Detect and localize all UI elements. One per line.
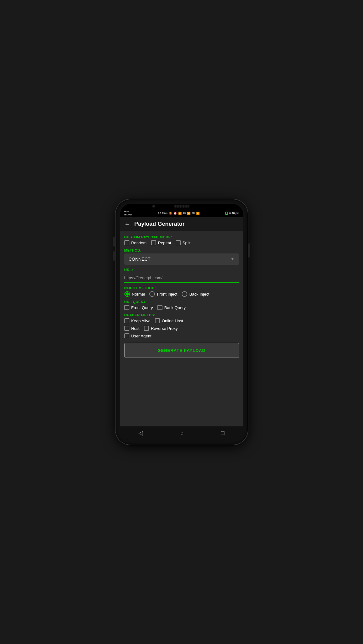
url-input[interactable] [124, 275, 239, 280]
volume-down-button[interactable] [113, 251, 115, 261]
random-checkbox[interactable] [124, 240, 129, 245]
front-query-label: Front Query [131, 305, 153, 310]
time-display: 6:48 pm [229, 212, 240, 215]
repeat-label: Repeat [158, 241, 171, 245]
chevron-down-icon: ▼ [231, 257, 235, 261]
back-inject-label: Back Inject [189, 292, 209, 297]
camera-notch [120, 204, 243, 208]
custom-payload-section: CUSTOM PAYLOAD MODE: Random Repeat Split [124, 235, 239, 245]
inject-method-label: INJECT METHOD: [124, 286, 239, 290]
keep-alive-checkbox[interactable] [124, 318, 129, 323]
user-agent-label: User Agent [131, 334, 151, 338]
silent-icon: 🔕 [169, 212, 172, 215]
nav-recent-button[interactable]: □ [221, 430, 224, 436]
custom-payload-label: CUSTOM PAYLOAD MODE: [124, 235, 239, 239]
app-content: CUSTOM PAYLOAD MODE: Random Repeat Split [120, 231, 243, 426]
normal-label: Normal [132, 292, 145, 297]
url-query-label: URL QUERY: [124, 300, 239, 304]
signal-icon: 📶 [187, 212, 190, 215]
keep-alive-label: Keep Alive [131, 319, 150, 323]
reverse-proxy-checkbox[interactable] [144, 326, 149, 331]
normal-radio-fill [126, 292, 129, 296]
inject-method-section: INJECT METHOD: Normal Front Inject [124, 286, 239, 297]
inject-method-options: Normal Front Inject Back Inject [124, 291, 239, 297]
speaker [174, 205, 190, 208]
carrier-sub: SMART [124, 213, 133, 216]
normal-radio[interactable] [124, 291, 130, 297]
url-query-section: URL QUERY: Front Query Back Query [124, 300, 239, 310]
status-center-icons: 23.2K/s 🔕 ⏰ 📶 2G 📶 4G 📶 [158, 212, 200, 215]
nav-home-button[interactable]: ○ [180, 430, 184, 436]
header-fields-row1: Keep Alive Online Host [124, 318, 239, 323]
url-label: URL: [124, 268, 239, 272]
navigation-bar: ◁ ○ □ [120, 426, 243, 440]
random-label: Random [131, 241, 147, 245]
app-header: ← Payload Generator [120, 217, 243, 231]
front-inject-radio-item[interactable]: Front Inject [149, 291, 177, 297]
random-checkbox-item[interactable]: Random [124, 240, 147, 245]
method-label: METHOD: [124, 248, 239, 252]
repeat-checkbox[interactable] [151, 240, 156, 245]
carrier-name: SUN [124, 210, 133, 213]
header-fields-row3: User Agent [124, 333, 239, 338]
wifi-icon: 📶 [178, 212, 182, 215]
url-section: URL: [124, 268, 239, 283]
user-agent-checkbox[interactable] [124, 333, 129, 338]
repeat-checkbox-item[interactable]: Repeat [151, 240, 171, 245]
back-button[interactable]: ← [124, 220, 131, 228]
back-query-item[interactable]: Back Query [157, 305, 186, 310]
back-query-label: Back Query [164, 305, 186, 310]
host-item[interactable]: Host [124, 326, 140, 331]
alarm-icon: ⏰ [173, 212, 177, 215]
network-4g: 4G [192, 212, 195, 214]
header-fields-row2: Host Reverse Proxy [124, 326, 239, 331]
back-inject-radio-item[interactable]: Back Inject [182, 291, 209, 297]
nav-back-button[interactable]: ◁ [139, 430, 143, 436]
url-input-wrapper [124, 273, 239, 283]
generate-payload-button[interactable]: GENERATE PAYLOAD [124, 343, 239, 358]
volume-up-button[interactable] [113, 237, 115, 247]
power-button[interactable] [248, 243, 250, 258]
front-inject-radio[interactable] [149, 291, 155, 297]
online-host-item[interactable]: Online Host [155, 318, 183, 323]
back-inject-radio[interactable] [182, 291, 187, 297]
front-query-item[interactable]: Front Query [124, 305, 153, 310]
generate-payload-label: GENERATE PAYLOAD [157, 348, 205, 353]
host-label: Host [131, 326, 140, 331]
phone-screen: SUN SMART 23.2K/s 🔕 ⏰ 📶 2G 📶 4G 📶 ▮ 6:48… [120, 204, 243, 440]
url-query-options: Front Query Back Query [124, 305, 239, 310]
status-bar: SUN SMART 23.2K/s 🔕 ⏰ 📶 2G 📶 4G 📶 ▮ 6:48… [120, 208, 243, 217]
battery-icon: ▮ [225, 212, 228, 215]
header-fields-section: HEADER FIELDS: Keep Alive Online Host Ho… [124, 313, 239, 338]
host-checkbox[interactable] [124, 326, 129, 331]
user-agent-item[interactable]: User Agent [124, 333, 151, 338]
method-dropdown[interactable]: CONNECT ▼ [124, 253, 239, 265]
method-section: METHOD: CONNECT ▼ [124, 248, 239, 265]
back-query-checkbox[interactable] [157, 305, 162, 310]
keep-alive-item[interactable]: Keep Alive [124, 318, 150, 323]
method-selected-value: CONNECT [129, 257, 150, 262]
carrier-info: SUN SMART [124, 210, 133, 216]
header-fields-label: HEADER FIELDS: [124, 313, 239, 317]
split-checkbox-item[interactable]: Split [176, 240, 190, 245]
front-camera [152, 205, 155, 208]
front-inject-label: Front Inject [157, 292, 177, 297]
front-query-checkbox[interactable] [124, 305, 129, 310]
split-checkbox[interactable] [176, 240, 181, 245]
payload-mode-options: Random Repeat Split [124, 240, 239, 245]
network-2g: 2G [183, 212, 186, 214]
signal2-icon: 📶 [196, 212, 200, 215]
online-host-label: Online Host [162, 319, 183, 323]
online-host-checkbox[interactable] [155, 318, 160, 323]
reverse-proxy-item[interactable]: Reverse Proxy [144, 326, 178, 331]
page-title: Payload Generator [134, 221, 185, 227]
split-label: Split [183, 241, 190, 245]
speed-indicator: 23.2K/s [158, 212, 168, 215]
reverse-proxy-label: Reverse Proxy [151, 326, 178, 331]
normal-radio-item[interactable]: Normal [124, 291, 145, 297]
status-right-icons: ▮ 6:48 pm [225, 212, 240, 215]
phone-device: SUN SMART 23.2K/s 🔕 ⏰ 📶 2G 📶 4G 📶 ▮ 6:48… [116, 199, 248, 445]
